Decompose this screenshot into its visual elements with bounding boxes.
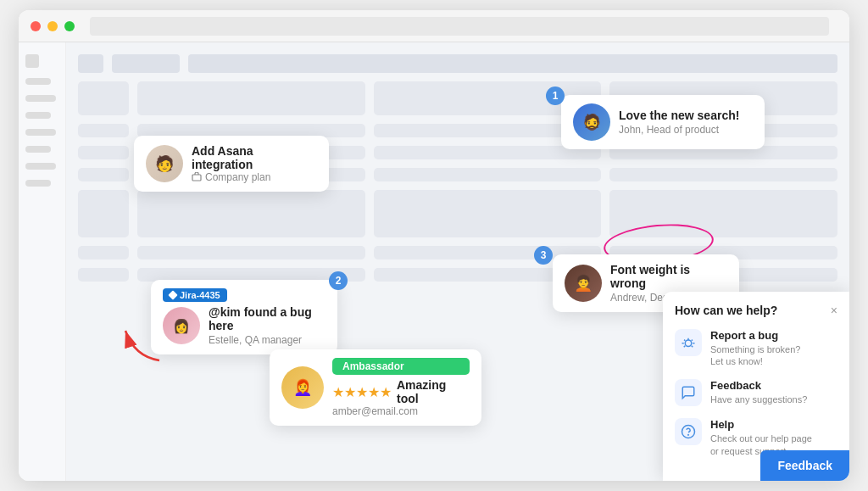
help-item-feedback[interactable]: Feedback Have any suggestions? <box>675 379 837 406</box>
help-item-bug[interactable]: Report a bug Something is broken?Let us … <box>675 329 837 368</box>
card-bug: Jira-4435 👩 @kim found a bug here Estell… <box>151 280 337 354</box>
feedback-title: Feedback <box>710 379 807 392</box>
card2-text: @kim found a bug here Estelle, QA manage… <box>209 305 326 346</box>
main-area: 1 🧔 Love the new search! John, Head of p… <box>66 42 849 481</box>
grid-cell <box>137 246 365 259</box>
browser-content: 1 🧔 Love the new search! John, Head of p… <box>19 42 849 481</box>
grid-cell <box>78 246 129 259</box>
feedback-button[interactable]: Feedback <box>760 450 849 481</box>
avatar-estelle: 👩 <box>163 307 200 344</box>
red-arrow <box>117 322 168 368</box>
grid-cell <box>78 124 129 137</box>
ambassador-badge: Ambassador <box>332 358 470 375</box>
grid-cell <box>78 190 129 237</box>
jira-tag: Jira-4435 <box>163 288 227 302</box>
sidebar-line <box>25 78 51 85</box>
sidebar-line <box>25 129 56 136</box>
sidebar-icon <box>25 54 39 68</box>
card3-name: Font weight is wrong <box>610 263 727 290</box>
card1-text: Love the new search! John, Head of produ… <box>619 109 739 136</box>
stars: ★★★★★ <box>332 384 392 400</box>
grid-cell <box>609 168 837 181</box>
asana-name: Add Asana integration <box>192 144 317 171</box>
feedback-icon <box>675 379 702 406</box>
card2-inner: 👩 @kim found a bug here Estelle, QA mana… <box>163 305 326 346</box>
help-item-feedback-text: Feedback Have any suggestions? <box>710 379 807 405</box>
card1-name: Love the new search! <box>619 109 739 122</box>
help-title: Help <box>710 418 812 431</box>
grid-cell <box>137 81 365 115</box>
card2-sub: Estelle, QA manager <box>209 334 326 346</box>
ambassador-name: Amazing tool <box>397 378 470 405</box>
card1-sub: John, Head of product <box>619 124 739 136</box>
bug-desc: Something is broken?Let us know! <box>710 343 800 368</box>
grid-cell <box>78 168 129 181</box>
grid-cell <box>137 190 365 237</box>
grid-cell <box>78 268 129 282</box>
badge-3: 3 <box>534 246 553 265</box>
help-panel-header: How can we help? × <box>675 304 837 317</box>
jira-diamond-icon <box>168 290 177 299</box>
grid-cell <box>374 168 602 181</box>
bug-title: Report a bug <box>710 329 800 342</box>
close-icon[interactable]: × <box>831 304 837 317</box>
avatar-asana: 🧑 <box>146 145 183 182</box>
header-block <box>112 54 180 73</box>
avatar-john: 🧔 <box>573 103 610 141</box>
card-love-search: 🧔 Love the new search! John, Head of pro… <box>561 95 765 149</box>
badge-2: 2 <box>329 271 348 290</box>
dot-red <box>31 21 41 31</box>
help-item-bug-text: Report a bug Something is broken?Let us … <box>710 329 800 368</box>
grid-cell <box>78 146 129 159</box>
avatar-andrew: 🧑‍🦱 <box>565 265 602 302</box>
dot-green <box>64 21 75 31</box>
sidebar-line <box>25 180 51 187</box>
sidebar-line <box>25 163 56 170</box>
help-panel-title: How can we help? <box>675 304 777 317</box>
badge-1: 1 <box>546 86 565 105</box>
svg-rect-0 <box>192 175 201 181</box>
help-icon <box>675 418 702 445</box>
sidebar <box>19 42 66 481</box>
browser-window: 1 🧔 Love the new search! John, Head of p… <box>19 10 849 481</box>
header-block <box>188 54 837 73</box>
sidebar-line <box>25 112 51 119</box>
dot-yellow <box>47 21 58 31</box>
sidebar-line <box>25 146 51 153</box>
grid-cell <box>78 81 129 115</box>
bug-icon <box>675 329 702 356</box>
url-bar <box>90 17 829 36</box>
asana-plan: Company plan <box>192 171 317 183</box>
svg-point-4 <box>688 435 689 436</box>
header-block <box>78 54 103 73</box>
card2-name: @kim found a bug here <box>209 305 326 332</box>
svg-point-2 <box>685 340 692 347</box>
card-ambassador: 👩‍🦰 Ambassador ★★★★★ Amazing tool amber@… <box>270 349 481 426</box>
browser-bar <box>19 10 849 42</box>
feedback-desc: Have any suggestions? <box>710 393 807 405</box>
ambassador-email: amber@email.com <box>332 405 470 417</box>
grid-cell <box>374 190 602 237</box>
asana-text: Add Asana integration Company plan <box>192 144 317 183</box>
card-asana: 🧑 Add Asana integration Company plan <box>134 136 329 192</box>
sidebar-line <box>25 95 56 102</box>
avatar-amber: 👩‍🦰 <box>281 366 324 409</box>
